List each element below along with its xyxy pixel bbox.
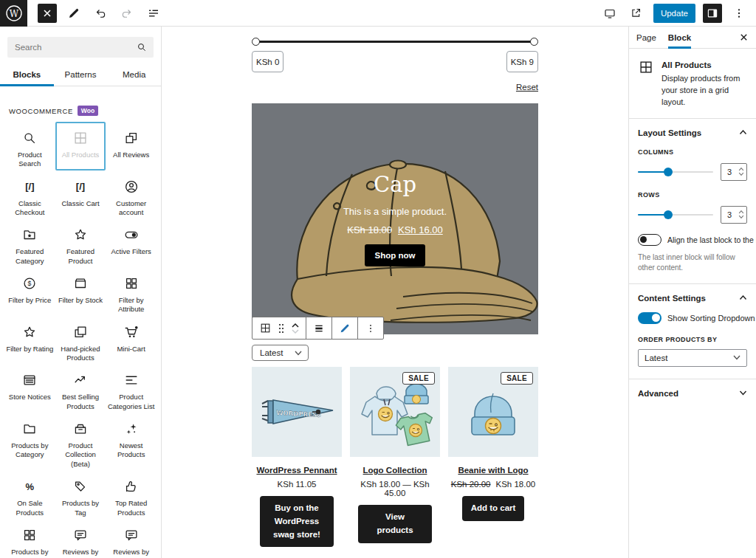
attribute-icon xyxy=(123,275,140,292)
product-image[interactable]: SALE xyxy=(350,367,440,457)
block-item-on-sale-products[interactable]: % On Sale Products xyxy=(4,470,55,519)
align-last-block-toggle[interactable] xyxy=(638,234,662,246)
block-item-filter-by-rating[interactable]: Filter by Rating xyxy=(4,316,55,365)
columns-slider[interactable] xyxy=(638,168,713,176)
price-slider-track[interactable] xyxy=(255,41,535,43)
undo-button[interactable] xyxy=(91,4,110,23)
thumb-icon xyxy=(123,478,140,495)
preview-button[interactable] xyxy=(600,4,619,23)
columns-stepper[interactable] xyxy=(738,168,746,176)
block-item-products-by-tag[interactable]: Products by Tag xyxy=(55,470,106,519)
move-up-button[interactable] xyxy=(291,323,300,328)
block-item-all-reviews[interactable]: All Reviews xyxy=(106,122,157,170)
move-down-button[interactable] xyxy=(291,328,300,334)
block-item-featured-product[interactable]: Featured Product xyxy=(55,218,106,267)
block-item-store-notices[interactable]: Store Notices xyxy=(4,364,55,413)
product-title-link[interactable]: WordPress Pennant xyxy=(252,466,342,475)
block-item-reviews-by-product[interactable]: Reviews by Product xyxy=(106,519,157,558)
block-item-reviews-by-category[interactable]: Reviews by Category xyxy=(55,519,106,558)
close-inserter-button[interactable] xyxy=(38,4,57,23)
tab-media[interactable]: Media xyxy=(107,62,161,86)
block-type-button[interactable] xyxy=(255,317,275,339)
block-item-products-by-category[interactable]: Products by Category xyxy=(4,413,55,470)
copies-icon xyxy=(72,323,89,341)
align-button[interactable] xyxy=(309,317,329,339)
block-item-product-collection-beta[interactable]: Product Collection (Beta) xyxy=(55,413,106,470)
price-filter-slider[interactable] xyxy=(252,38,538,46)
woo-badge: Woo xyxy=(78,106,98,116)
wordpress-logo[interactable]: W xyxy=(0,0,27,27)
woocommerce-section-title: WOOCOMMERCE xyxy=(9,107,73,115)
block-item-top-rated-products[interactable]: Top Rated Products xyxy=(106,470,157,519)
show-sorting-dropdown-toggle[interactable] xyxy=(638,312,662,324)
kebab-menu-icon xyxy=(733,7,745,19)
product-image[interactable]: WORDPRESS xyxy=(252,367,342,457)
sort-dropdown[interactable]: Latest xyxy=(252,345,309,361)
shop-now-button[interactable]: Shop now xyxy=(365,244,426,266)
advanced-section-header[interactable]: Advanced xyxy=(629,379,756,407)
update-button[interactable]: Update xyxy=(653,4,695,23)
product-title-link[interactable]: Beanie with Logo xyxy=(448,466,538,475)
price-slider-max-handle[interactable] xyxy=(530,38,538,46)
block-item-customer-account[interactable]: Customer account xyxy=(106,170,157,219)
product-title-link[interactable]: Logo Collection xyxy=(350,466,440,475)
block-editor: W xyxy=(0,0,756,558)
block-name: All Products xyxy=(662,59,747,69)
tools-button[interactable] xyxy=(64,4,83,23)
block-item-all-products[interactable]: All Products xyxy=(55,122,106,170)
block-item-product-search[interactable]: Product Search xyxy=(4,122,55,170)
list-view-icon xyxy=(147,7,160,20)
layout-settings-header[interactable]: Layout Settings xyxy=(629,119,756,147)
rows-stepper[interactable] xyxy=(738,210,746,218)
chevron-down-icon xyxy=(739,390,747,396)
price-slider-min-handle[interactable] xyxy=(252,38,260,46)
chevron-up-icon xyxy=(739,130,747,135)
inserter-tabs: Blocks Patterns Media xyxy=(0,62,161,86)
settings-sidebar: Page Block All Products Display products… xyxy=(628,27,756,558)
tab-patterns[interactable]: Patterns xyxy=(54,62,108,86)
featured-product-block[interactable]: Cap This is a simple product. KSh 18.00K… xyxy=(252,103,538,334)
redo-button[interactable] xyxy=(117,4,137,23)
price-min-input[interactable]: KSh 0 xyxy=(252,51,284,72)
price-filter-reset-link[interactable]: Reset xyxy=(516,83,538,92)
edit-button[interactable] xyxy=(335,317,354,339)
drag-handle[interactable] xyxy=(275,317,288,339)
percent-icon: % xyxy=(26,478,35,495)
block-item-classic-cart[interactable]: [/] Classic Cart xyxy=(55,170,106,219)
order-products-by-select[interactable]: Latest xyxy=(638,349,747,367)
block-item-filter-by-price[interactable]: $ Filter by Price xyxy=(4,267,55,316)
trending-icon xyxy=(72,371,89,389)
block-item-filter-by-attribute[interactable]: Filter by Attribute xyxy=(106,267,157,316)
search-input[interactable] xyxy=(7,37,154,58)
block-item-featured-category[interactable]: Featured Category xyxy=(4,218,55,267)
block-item-product-categories-list[interactable]: Product Categories List xyxy=(106,364,157,413)
price-icon: $ xyxy=(21,275,38,292)
tab-page[interactable]: Page xyxy=(636,27,656,49)
block-item-hand-picked-products[interactable]: Hand-picked Products xyxy=(55,316,106,365)
rows-slider[interactable] xyxy=(638,210,713,219)
block-item-active-filters[interactable]: Active Filters xyxy=(106,218,157,267)
block-options-button[interactable] xyxy=(361,317,380,339)
block-item-best-selling-products[interactable]: Best Selling Products xyxy=(55,364,106,413)
block-item-newest-products[interactable]: Newest Products xyxy=(106,413,157,470)
price-max-input[interactable]: KSh 9 xyxy=(506,51,538,72)
tab-blocks[interactable]: Blocks xyxy=(0,62,54,86)
rows-number-input[interactable]: 3 xyxy=(721,206,747,224)
options-menu-button[interactable] xyxy=(729,4,749,23)
content-settings-header[interactable]: Content Settings xyxy=(629,284,756,312)
block-item-products-by-attribute[interactable]: Products by Attribute xyxy=(4,519,55,558)
view-page-button[interactable] xyxy=(627,4,646,23)
close-settings-button[interactable] xyxy=(739,32,749,42)
list-view-button[interactable] xyxy=(144,4,163,23)
columns-number-input[interactable]: 3 xyxy=(721,163,747,181)
product-action-button[interactable]: View products xyxy=(358,505,432,543)
block-item-classic-checkout[interactable]: [/] Classic Checkout xyxy=(4,170,55,219)
product-action-button[interactable]: Buy on the WordPress swag store! xyxy=(260,496,334,547)
block-item-mini-cart[interactable]: Mini-Cart xyxy=(106,316,157,365)
tab-block[interactable]: Block xyxy=(668,27,691,49)
product-action-button[interactable]: Add to cart xyxy=(462,496,525,521)
block-info-card: All Products Display products from your … xyxy=(629,49,756,118)
block-item-filter-by-stock[interactable]: Filter by Stock xyxy=(55,267,106,316)
settings-sidebar-toggle[interactable] xyxy=(703,4,722,23)
product-image[interactable]: SALE xyxy=(448,367,538,457)
